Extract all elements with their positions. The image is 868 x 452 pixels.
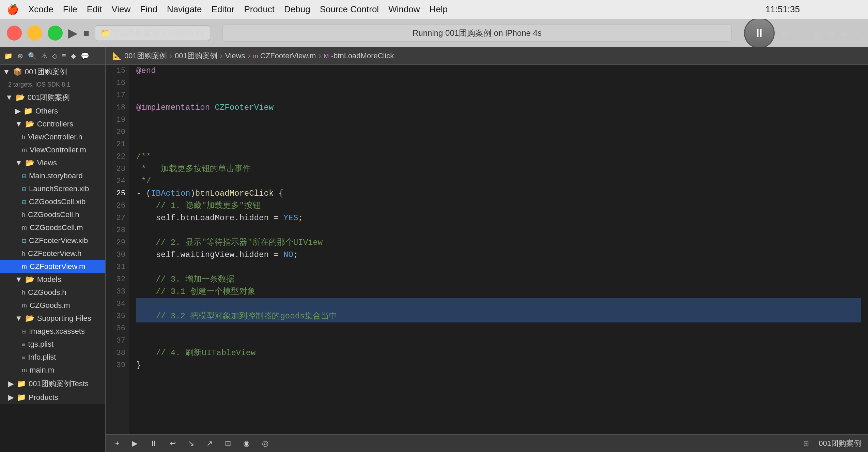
apple-menu[interactable]: 🍎 [7,4,19,15]
folder-icon: 📂 [16,93,25,102]
back-button[interactable]: ‹ [794,27,799,39]
sidebar-item-czgoods-h[interactable]: h CZGoods.h [0,286,105,299]
menu-window[interactable]: Window [388,4,420,15]
expand-icon: ▼ [15,275,22,284]
add-file-button[interactable]: + [112,438,122,449]
menu-debug[interactable]: Debug [284,4,310,15]
line-number: 30 [106,249,125,261]
xib-icon: ⊟ [22,199,26,205]
sidebar-item-products[interactable]: ▶ 📁 Products [0,391,105,404]
debug-step-out-button[interactable]: ↗ [204,438,215,449]
breadcrumb-part-1[interactable]: 001团购案例 [124,51,167,61]
project-targets: 2 targets, iOS SDK 8.1 [8,81,70,88]
item-label: CZFooterView.xib [29,236,88,245]
h-file-icon: h [22,250,25,257]
maximize-window-button[interactable] [48,26,63,41]
menu-editor[interactable]: Editor [212,4,235,15]
sidebar-item-main-storyboard[interactable]: ⊟ Main.storyboard [0,169,105,182]
sidebar-item-czgoodscell-m[interactable]: m CZGoodsCell.m [0,221,105,234]
breadcrumb-part-2[interactable]: 001团购案例 [175,51,217,61]
code-line [136,77,861,89]
sidebar-item-main-m[interactable]: m main.m [0,364,105,377]
sidebar-item-czgoodscell-xib[interactable]: ⊟ CZGoodsCell.xib [0,195,105,208]
breadcrumb-part-4[interactable]: m CZFooterView.m [253,51,316,60]
project-navigator-btn[interactable]: 📁 [3,50,14,61]
editor-layout-button[interactable]: ⊞ [780,27,790,39]
scheme-selector[interactable]: 📁 001团购案例 › iPhone 4s [95,25,210,41]
report-navigator-btn[interactable]: 💬 [79,50,91,61]
menu-xcode[interactable]: Xcode [28,4,53,15]
debug-step-over-button[interactable]: ↩ [167,438,179,449]
menu-product[interactable]: Product [244,4,275,15]
h-file-icon: h [22,134,25,141]
line-number: 16 [106,77,125,89]
code-content[interactable]: @end @implementation CZFooterView /** * … [129,65,868,434]
debug-pause-button[interactable]: ⏸ [147,438,160,449]
assistant-editor-button[interactable]: ⊞ [826,27,836,39]
scheme-name: 001团购案例 [113,28,160,39]
pause-button[interactable]: ⏸ [744,18,775,48]
breakpoint-navigator-btn[interactable]: ◆ [69,50,77,61]
expand-icon: ▼ [15,159,22,167]
menu-file[interactable]: File [63,4,77,15]
breadcrumb-part-5[interactable]: M -btnLoadMoreClick [324,51,394,60]
sidebar-item-controllers[interactable]: ▼ 📂 Controllers [0,118,105,131]
menu-help[interactable]: Help [430,4,448,15]
split-editor-button[interactable]: ⊟ [813,27,822,39]
item-label: Products [29,393,58,402]
sidebar-item-images-xcassets[interactable]: ⊞ Images.xcassets [0,325,105,338]
menu-edit[interactable]: Edit [87,4,102,15]
debug-step-into-button[interactable]: ↘ [185,438,197,449]
menu-find[interactable]: Find [140,4,157,15]
forward-button[interactable]: › [803,27,809,39]
version-editor-button[interactable]: ⊞ [840,27,850,39]
menu-view[interactable]: View [111,4,130,15]
sidebar-item-czfooterview-h[interactable]: h CZFooterView.h [0,247,105,260]
m-file-icon: m [22,147,27,154]
add-tab-button[interactable]: + [854,27,861,39]
sidebar-item-views[interactable]: ▼ 📂 Views [0,156,105,169]
menu-source-control[interactable]: Source Control [320,4,379,15]
line-number: 37 [106,335,125,347]
sidebar-item-tests[interactable]: ▶ 📁 001团购案例Tests [0,377,105,391]
test-navigator-btn[interactable]: ◇ [51,50,59,61]
run-button[interactable]: ▶ [68,26,78,40]
item-label: Main.storyboard [29,171,83,180]
sidebar-item-models[interactable]: ▼ 📂 Models [0,273,105,286]
sidebar-item-launchscreen-xib[interactable]: ⊟ LaunchScreen.xib [0,182,105,195]
item-label: CZGoods.m [30,301,70,310]
sidebar-item-czgoods-m[interactable]: m CZGoods.m [0,299,105,312]
menu-navigate[interactable]: Navigate [167,4,202,15]
sidebar-item-viewcontroller-m[interactable]: m ViewController.m [0,144,105,156]
close-window-button[interactable] [7,26,22,41]
sidebar-item-supporting-files[interactable]: ▼ 📂 Supporting Files [0,312,105,325]
sidebar-item-others[interactable]: ▶ 📁 Others [0,105,105,118]
storyboard-icon: ⊟ [22,173,26,179]
debug-view-hierarchy-button[interactable]: ⊡ [222,438,234,449]
sidebar-item-info-plist[interactable]: ≡ Info.plist [0,351,105,364]
minimize-window-button[interactable] [27,26,42,41]
item-label: LaunchScreen.xib [29,184,89,193]
debug-simulate-location-button[interactable]: ◎ [259,438,271,449]
search-navigator-btn[interactable]: 🔍 [27,50,38,61]
breadcrumb-part-3[interactable]: Views [225,51,245,60]
project-root[interactable]: ▼ 📦 001团购案例 [0,65,105,79]
debug-memory-button[interactable]: ◉ [241,438,252,449]
sidebar-item-czgoodscell-h[interactable]: h CZGoodsCell.h [0,208,105,221]
toolbar: ▶ ■ 📁 001团购案例 › iPhone 4s Running 001团购案… [0,19,868,47]
sidebar-item-main-group[interactable]: ▼ 📂 001团购案例 [0,90,105,105]
sidebar-item-viewcontroller-h[interactable]: h ViewController.h [0,131,105,144]
stop-button[interactable]: ■ [83,27,89,39]
debug-continue-button[interactable]: ▶ [129,438,140,449]
sidebar-item-tgs-plist[interactable]: ≡ tgs.plist [0,338,105,351]
sidebar-item-czfooterview-xib[interactable]: ⊟ CZFooterView.xib [0,234,105,247]
issue-navigator-btn[interactable]: ⚠ [40,50,49,61]
item-label: ViewController.m [30,146,86,154]
item-label: Images.xcassets [29,327,85,336]
sidebar-item-czfooterview-m[interactable]: m CZFooterView.m [0,260,105,273]
line-number: 17 [106,89,125,102]
plist-icon: ≡ [22,354,26,361]
symbol-navigator-btn[interactable]: ⊛ [16,50,25,61]
debug-navigator-btn[interactable]: ≡ [61,50,67,61]
line-number: 15 [106,65,125,77]
